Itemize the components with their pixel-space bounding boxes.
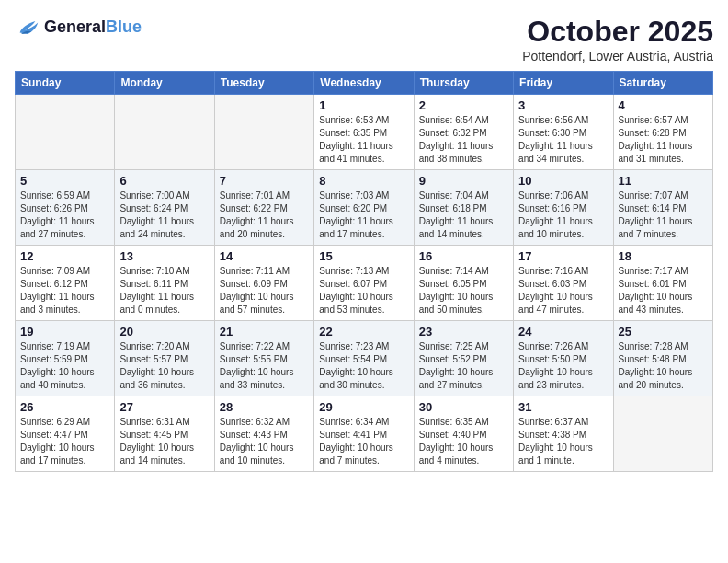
- day-header-friday: Friday: [514, 72, 613, 95]
- cell-day-number: 27: [119, 400, 209, 414]
- cell-info: Sunrise: 6:53 AM Sunset: 6:35 PM Dayligh…: [319, 114, 408, 166]
- calendar-cell: 2Sunrise: 6:54 AM Sunset: 6:32 PM Daylig…: [414, 95, 513, 170]
- calendar-cell: 30Sunrise: 6:35 AM Sunset: 4:40 PM Dayli…: [414, 396, 513, 472]
- cell-info: Sunrise: 7:04 AM Sunset: 6:18 PM Dayligh…: [419, 190, 508, 241]
- month-title: October 2025: [522, 15, 713, 49]
- calendar-cell: 7Sunrise: 7:01 AM Sunset: 6:22 PM Daylig…: [214, 170, 313, 246]
- calendar-cell: 6Sunrise: 7:00 AM Sunset: 6:24 PM Daylig…: [115, 170, 214, 246]
- cell-day-number: 20: [119, 325, 209, 339]
- calendar-week-row: 5Sunrise: 6:59 AM Sunset: 6:26 PM Daylig…: [16, 170, 713, 246]
- cell-day-number: 23: [419, 325, 508, 339]
- cell-day-number: 10: [518, 174, 608, 188]
- cell-day-number: 21: [220, 325, 309, 339]
- calendar-cell: 26Sunrise: 6:29 AM Sunset: 4:47 PM Dayli…: [16, 396, 115, 472]
- day-header-sunday: Sunday: [16, 72, 115, 95]
- calendar-cell: 13Sunrise: 7:10 AM Sunset: 6:11 PM Dayli…: [115, 246, 214, 321]
- cell-day-number: 14: [220, 249, 309, 263]
- day-header-saturday: Saturday: [613, 72, 712, 95]
- cell-info: Sunrise: 7:23 AM Sunset: 5:54 PM Dayligh…: [319, 340, 408, 392]
- calendar-cell: [613, 396, 712, 472]
- cell-info: Sunrise: 7:06 AM Sunset: 6:16 PM Dayligh…: [518, 190, 608, 241]
- cell-info: Sunrise: 6:56 AM Sunset: 6:30 PM Dayligh…: [518, 114, 608, 166]
- cell-info: Sunrise: 7:28 AM Sunset: 5:48 PM Dayligh…: [619, 340, 708, 392]
- cell-day-number: 7: [220, 174, 309, 188]
- day-header-wednesday: Wednesday: [314, 72, 414, 95]
- cell-info: Sunrise: 6:35 AM Sunset: 4:40 PM Dayligh…: [419, 416, 508, 467]
- calendar-week-row: 19Sunrise: 7:19 AM Sunset: 5:59 PM Dayli…: [16, 321, 713, 396]
- calendar-cell: [115, 95, 214, 170]
- cell-day-number: 16: [419, 249, 508, 263]
- day-header-monday: Monday: [115, 72, 214, 95]
- cell-day-number: 5: [20, 174, 109, 188]
- cell-day-number: 25: [619, 325, 708, 339]
- calendar-cell: 27Sunrise: 6:31 AM Sunset: 4:45 PM Dayli…: [115, 396, 214, 472]
- cell-info: Sunrise: 7:20 AM Sunset: 5:57 PM Dayligh…: [119, 340, 209, 392]
- cell-info: Sunrise: 7:14 AM Sunset: 6:05 PM Dayligh…: [419, 265, 508, 316]
- cell-day-number: 18: [619, 249, 708, 263]
- calendar-cell: 3Sunrise: 6:56 AM Sunset: 6:30 PM Daylig…: [514, 95, 613, 170]
- cell-day-number: 19: [20, 325, 109, 339]
- calendar-cell: 11Sunrise: 7:07 AM Sunset: 6:14 PM Dayli…: [613, 170, 712, 246]
- cell-day-number: 17: [518, 249, 608, 263]
- logo-icon: [15, 15, 40, 40]
- cell-info: Sunrise: 7:09 AM Sunset: 6:12 PM Dayligh…: [20, 265, 109, 316]
- calendar-cell: 16Sunrise: 7:14 AM Sunset: 6:05 PM Dayli…: [414, 246, 513, 321]
- calendar-week-row: 12Sunrise: 7:09 AM Sunset: 6:12 PM Dayli…: [16, 246, 713, 321]
- cell-day-number: 31: [518, 400, 608, 414]
- cell-info: Sunrise: 6:29 AM Sunset: 4:47 PM Dayligh…: [20, 416, 109, 467]
- cell-day-number: 11: [619, 174, 708, 188]
- cell-info: Sunrise: 6:37 AM Sunset: 4:38 PM Dayligh…: [518, 416, 608, 467]
- cell-day-number: 29: [319, 400, 408, 414]
- cell-day-number: 12: [20, 249, 109, 263]
- title-block: October 2025 Pottendorf, Lower Austria, …: [522, 15, 713, 63]
- calendar-cell: 24Sunrise: 7:26 AM Sunset: 5:50 PM Dayli…: [514, 321, 613, 396]
- cell-day-number: 6: [119, 174, 209, 188]
- calendar-week-row: 26Sunrise: 6:29 AM Sunset: 4:47 PM Dayli…: [16, 396, 713, 472]
- logo-text: GeneralBlue: [44, 18, 142, 37]
- calendar-header-row: SundayMondayTuesdayWednesdayThursdayFrid…: [16, 72, 713, 95]
- calendar-cell: 18Sunrise: 7:17 AM Sunset: 6:01 PM Dayli…: [613, 246, 712, 321]
- day-header-tuesday: Tuesday: [214, 72, 313, 95]
- cell-day-number: 4: [619, 98, 708, 112]
- calendar-cell: [214, 95, 313, 170]
- cell-info: Sunrise: 7:13 AM Sunset: 6:07 PM Dayligh…: [319, 265, 408, 316]
- location: Pottendorf, Lower Austria, Austria: [522, 49, 713, 63]
- calendar-cell: 14Sunrise: 7:11 AM Sunset: 6:09 PM Dayli…: [214, 246, 313, 321]
- cell-day-number: 2: [419, 98, 508, 112]
- cell-info: Sunrise: 6:31 AM Sunset: 4:45 PM Dayligh…: [119, 416, 209, 467]
- cell-info: Sunrise: 7:07 AM Sunset: 6:14 PM Dayligh…: [619, 190, 708, 241]
- cell-day-number: 13: [119, 249, 209, 263]
- calendar-cell: 19Sunrise: 7:19 AM Sunset: 5:59 PM Dayli…: [16, 321, 115, 396]
- cell-info: Sunrise: 7:11 AM Sunset: 6:09 PM Dayligh…: [220, 265, 309, 316]
- cell-day-number: 30: [419, 400, 508, 414]
- calendar-cell: 17Sunrise: 7:16 AM Sunset: 6:03 PM Dayli…: [514, 246, 613, 321]
- cell-info: Sunrise: 7:25 AM Sunset: 5:52 PM Dayligh…: [419, 340, 508, 392]
- cell-day-number: 3: [518, 98, 608, 112]
- calendar-cell: 15Sunrise: 7:13 AM Sunset: 6:07 PM Dayli…: [314, 246, 414, 321]
- cell-day-number: 1: [319, 98, 408, 112]
- calendar-cell: 12Sunrise: 7:09 AM Sunset: 6:12 PM Dayli…: [16, 246, 115, 321]
- calendar-cell: 20Sunrise: 7:20 AM Sunset: 5:57 PM Dayli…: [115, 321, 214, 396]
- cell-info: Sunrise: 7:17 AM Sunset: 6:01 PM Dayligh…: [619, 265, 708, 316]
- calendar-cell: 8Sunrise: 7:03 AM Sunset: 6:20 PM Daylig…: [314, 170, 414, 246]
- calendar-cell: 22Sunrise: 7:23 AM Sunset: 5:54 PM Dayli…: [314, 321, 414, 396]
- cell-day-number: 15: [319, 249, 408, 263]
- calendar-cell: 10Sunrise: 7:06 AM Sunset: 6:16 PM Dayli…: [514, 170, 613, 246]
- cell-day-number: 8: [319, 174, 408, 188]
- cell-day-number: 22: [319, 325, 408, 339]
- cell-info: Sunrise: 6:59 AM Sunset: 6:26 PM Dayligh…: [20, 190, 109, 241]
- cell-info: Sunrise: 7:26 AM Sunset: 5:50 PM Dayligh…: [518, 340, 608, 392]
- cell-info: Sunrise: 7:03 AM Sunset: 6:20 PM Dayligh…: [319, 190, 408, 241]
- calendar-cell: 9Sunrise: 7:04 AM Sunset: 6:18 PM Daylig…: [414, 170, 513, 246]
- calendar-week-row: 1Sunrise: 6:53 AM Sunset: 6:35 PM Daylig…: [16, 95, 713, 170]
- logo: GeneralBlue: [15, 15, 142, 40]
- cell-info: Sunrise: 7:01 AM Sunset: 6:22 PM Dayligh…: [220, 190, 309, 241]
- cell-info: Sunrise: 7:10 AM Sunset: 6:11 PM Dayligh…: [119, 265, 209, 316]
- calendar-cell: 29Sunrise: 6:34 AM Sunset: 4:41 PM Dayli…: [314, 396, 414, 472]
- cell-info: Sunrise: 7:16 AM Sunset: 6:03 PM Dayligh…: [518, 265, 608, 316]
- cell-day-number: 28: [220, 400, 309, 414]
- cell-info: Sunrise: 6:57 AM Sunset: 6:28 PM Dayligh…: [619, 114, 708, 166]
- cell-day-number: 24: [518, 325, 608, 339]
- cell-info: Sunrise: 6:32 AM Sunset: 4:43 PM Dayligh…: [220, 416, 309, 467]
- calendar-cell: 28Sunrise: 6:32 AM Sunset: 4:43 PM Dayli…: [214, 396, 313, 472]
